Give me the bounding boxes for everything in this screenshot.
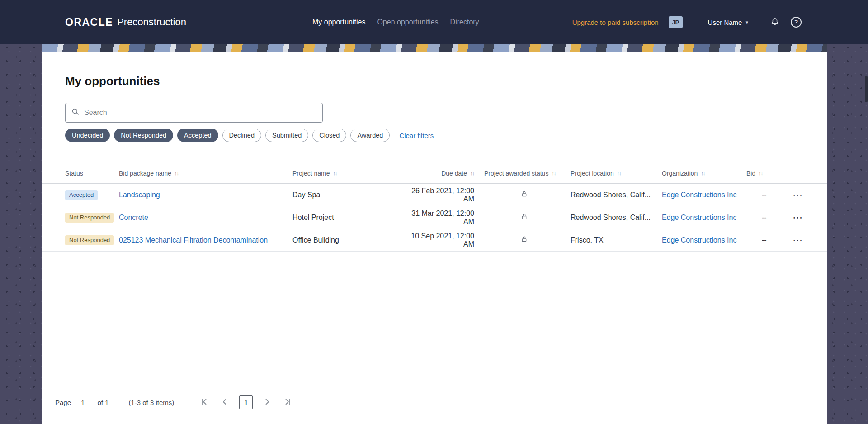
primary-nav: My opportunities Open opportunities Dire… xyxy=(312,0,479,44)
status-badge: Accepted xyxy=(65,190,98,200)
organization-cell: Edge Constructions Inc xyxy=(662,191,746,199)
search-input[interactable] xyxy=(84,109,316,117)
column-header-bid[interactable]: Bid ↑↓ xyxy=(746,170,793,177)
sort-icon[interactable]: ↑↓ xyxy=(552,171,556,176)
row-menu-button[interactable]: ⋯ xyxy=(793,190,802,200)
nav-directory[interactable]: Directory xyxy=(450,18,479,26)
pagination-bar: Page 1 of 1 (1-3 of 3 items) 1 xyxy=(55,395,292,409)
sort-icon[interactable]: ↑↓ xyxy=(701,171,705,176)
previous-page-button[interactable] xyxy=(221,398,229,407)
column-header-project-name[interactable]: Project name ↑↓ xyxy=(292,170,401,177)
column-header-project-awarded-status[interactable]: Project awarded status ↑↓ xyxy=(478,170,571,177)
clear-filters-link[interactable]: Clear filters xyxy=(399,132,434,139)
notifications-button[interactable] xyxy=(770,17,780,28)
page-number: 1 xyxy=(81,399,85,406)
organization-link[interactable]: Edge Constructions Inc xyxy=(662,214,736,221)
status-cell: Not Responded xyxy=(65,235,119,245)
search-icon xyxy=(71,108,80,118)
filter-chip-declined[interactable]: Declined xyxy=(222,129,261,142)
user-menu[interactable]: User Name ▾ xyxy=(708,19,748,26)
lock-icon xyxy=(521,213,528,222)
due-date-cell: 31 Mar 2021, 12:00 AM xyxy=(401,210,478,226)
help-button[interactable]: ? xyxy=(791,17,802,28)
filter-chip-undecided[interactable]: Undecided xyxy=(65,129,110,142)
bid-package-cell: 025123 Mechanical Filtration Decontamina… xyxy=(119,236,292,244)
brand-product: Preconstruction xyxy=(117,16,186,28)
row-actions-cell: ⋯ xyxy=(793,213,827,223)
previous-page-icon xyxy=(221,398,229,407)
sort-icon[interactable]: ↑↓ xyxy=(333,171,337,176)
table-row: Not Responded 025123 Mechanical Filtrati… xyxy=(42,229,827,252)
nav-open-opportunities[interactable]: Open opportunities xyxy=(377,18,438,26)
project-location-cell: Redwood Shores, Calif... xyxy=(571,191,662,199)
organization-link[interactable]: Edge Constructions Inc xyxy=(662,236,736,244)
due-date-cell: 26 Feb 2021, 12:00 AM xyxy=(401,187,478,203)
bid-package-link[interactable]: 025123 Mechanical Filtration Decontamina… xyxy=(119,236,268,244)
status-cell: Not Responded xyxy=(65,213,119,223)
sort-icon[interactable]: ↑↓ xyxy=(759,171,763,176)
bid-cell: -- xyxy=(746,214,793,222)
organization-cell: Edge Constructions Inc xyxy=(662,236,746,244)
filter-chip-accepted[interactable]: Accepted xyxy=(177,129,218,142)
column-header-status: Status xyxy=(65,170,119,177)
content-card: My opportunities Undecided Not Responded… xyxy=(42,44,827,424)
filter-chip-not-responded[interactable]: Not Responded xyxy=(114,129,173,142)
upgrade-subscription-link[interactable]: Upgrade to paid subscription xyxy=(572,19,659,26)
oracle-logo[interactable]: ORACLE Preconstruction xyxy=(65,0,186,44)
bell-icon xyxy=(770,17,780,28)
project-awarded-status-cell xyxy=(478,213,571,222)
filter-chip-awarded[interactable]: Awarded xyxy=(350,129,390,142)
project-awarded-status-cell xyxy=(478,191,571,199)
header-actions: Upgrade to paid subscription JP User Nam… xyxy=(572,0,802,44)
bid-package-cell: Landscaping xyxy=(119,191,292,199)
project-location-cell: Redwood Shores, Calif... xyxy=(571,214,662,222)
column-header-due-date[interactable]: Due date ↑↓ xyxy=(401,170,478,177)
column-header-project-location[interactable]: Project location ↑↓ xyxy=(571,170,662,177)
sort-icon[interactable]: ↑↓ xyxy=(617,171,621,176)
sort-icon[interactable]: ↑↓ xyxy=(470,171,474,176)
app-root: ORACLE Preconstruction My opportunities … xyxy=(0,0,868,424)
page-label: Page xyxy=(55,399,71,406)
project-name-cell: Hotel Project xyxy=(292,214,401,222)
last-page-button[interactable] xyxy=(283,398,292,407)
project-location-cell: Frisco, TX xyxy=(571,236,662,244)
page-1-button[interactable]: 1 xyxy=(239,395,253,409)
project-name-cell: Office Building xyxy=(292,236,401,244)
decorative-banner xyxy=(42,44,827,52)
status-cell: Accepted xyxy=(65,190,119,200)
sort-icon[interactable]: ↑↓ xyxy=(175,171,179,176)
scrollbar[interactable] xyxy=(865,76,868,102)
last-page-icon xyxy=(283,398,292,407)
nav-my-opportunities[interactable]: My opportunities xyxy=(312,18,365,26)
next-page-button[interactable] xyxy=(263,398,271,407)
row-menu-button[interactable]: ⋯ xyxy=(793,213,802,223)
organization-link[interactable]: Edge Constructions Inc xyxy=(662,191,736,199)
next-page-icon xyxy=(263,398,271,407)
opportunities-table: Status Bid package name ↑↓ Project name … xyxy=(42,163,827,252)
column-header-organization[interactable]: Organization ↑↓ xyxy=(662,170,746,177)
row-actions-cell: ⋯ xyxy=(793,235,827,245)
filter-chip-submitted[interactable]: Submitted xyxy=(265,129,308,142)
bid-cell: -- xyxy=(746,236,793,244)
row-actions-cell: ⋯ xyxy=(793,190,827,200)
column-header-bid-package-name[interactable]: Bid package name ↑↓ xyxy=(119,170,292,177)
top-navigation-bar: ORACLE Preconstruction My opportunities … xyxy=(0,0,868,44)
page-title: My opportunities xyxy=(65,74,804,88)
bid-cell: -- xyxy=(746,191,793,199)
page-of-label: of 1 xyxy=(97,399,108,406)
project-awarded-status-cell xyxy=(478,236,571,244)
first-page-icon xyxy=(200,398,208,407)
filter-chip-closed[interactable]: Closed xyxy=(312,129,346,142)
bid-package-link[interactable]: Concrete xyxy=(119,214,148,221)
status-badge: Not Responded xyxy=(65,213,114,223)
bid-package-link[interactable]: Landscaping xyxy=(119,191,160,199)
status-badge: Not Responded xyxy=(65,235,114,245)
due-date-cell: 10 Sep 2021, 12:00 AM xyxy=(401,232,478,248)
first-page-button[interactable] xyxy=(200,398,208,407)
user-name-label: User Name xyxy=(708,19,742,26)
avatar[interactable]: JP xyxy=(669,16,683,28)
organization-cell: Edge Constructions Inc xyxy=(662,214,746,222)
row-menu-button[interactable]: ⋯ xyxy=(793,235,802,245)
chevron-down-icon: ▾ xyxy=(745,19,748,25)
project-name-cell: Day Spa xyxy=(292,191,401,199)
